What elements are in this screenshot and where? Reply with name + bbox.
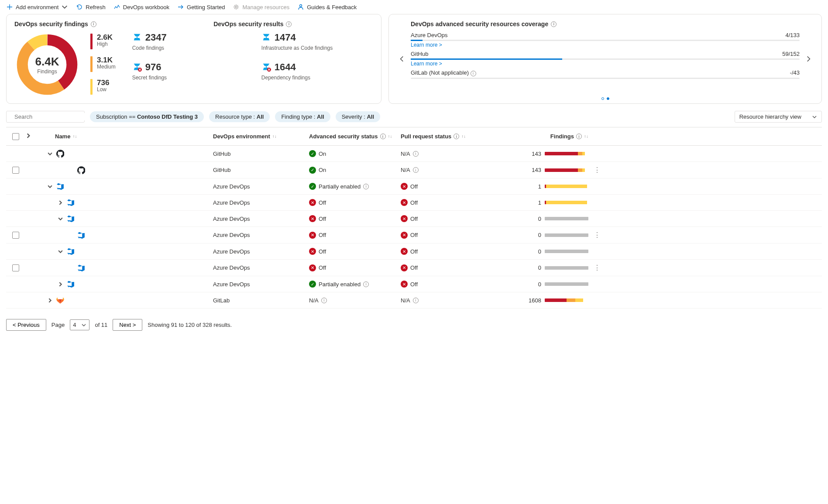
carousel-dots <box>601 97 609 100</box>
filter-chip-severity[interactable]: Severity : All <box>336 111 380 122</box>
info-icon[interactable]: i <box>454 134 459 139</box>
chevron-down-icon[interactable] <box>58 249 63 254</box>
coverage-title-row: DevOps advanced security resources cover… <box>411 21 800 27</box>
status-icon: ✓ <box>309 167 316 174</box>
table-row[interactable]: Azure DevOps ✕Off ✕Off 0 ⋮ <box>6 260 822 276</box>
status-icon: ✕ <box>309 215 316 222</box>
legend-item: 2.6K High <box>90 34 116 49</box>
info-icon[interactable]: i <box>363 184 369 189</box>
row-checkbox[interactable] <box>12 167 19 174</box>
table-row[interactable]: Azure DevOps ✕Off ✕Off 1 <box>6 195 822 211</box>
info-icon[interactable]: i <box>321 298 327 303</box>
coverage-bar <box>411 58 800 60</box>
view-selector[interactable]: Resource hierarchy view <box>735 111 822 123</box>
filter-chip-resource-type[interactable]: Resource type : All <box>209 111 270 122</box>
select-all-checkbox[interactable] <box>12 133 19 140</box>
svg-rect-5 <box>137 36 137 38</box>
table-row[interactable]: Azure DevOps ✓Partially enabled i ✕Off 1 <box>6 178 822 195</box>
table-row[interactable]: Azure DevOps ✕Off ✕Off 0 <box>6 211 822 227</box>
add-environment-button[interactable]: Add environment <box>6 3 68 10</box>
learn-more-link[interactable]: Learn more > <box>411 61 442 67</box>
table-row[interactable]: GitHub ✓On N/A i 143 ⋮ <box>6 162 822 178</box>
next-button[interactable]: Next > <box>113 319 142 331</box>
row-findings-count: 0 <box>526 216 541 222</box>
info-icon[interactable]: i <box>471 71 476 76</box>
info-icon[interactable]: i <box>91 21 96 27</box>
info-icon[interactable]: i <box>551 21 557 27</box>
result-tile[interactable]: 1474 Infrastructure as Code findings <box>261 32 373 51</box>
carousel-dot[interactable] <box>601 97 604 100</box>
command-bar: Add environment Refresh DevOps workbook … <box>0 0 828 14</box>
coverage-row: Azure DevOps4/133 Learn more > <box>411 32 800 48</box>
col-name[interactable]: Name <box>55 133 70 140</box>
col-adv-status[interactable]: Advanced security status <box>309 133 378 140</box>
chevron-down-icon[interactable] <box>58 216 63 222</box>
result-tile[interactable]: 2347 Code findings <box>132 32 244 51</box>
chevron-down-icon[interactable] <box>47 184 53 189</box>
info-icon[interactable]: i <box>380 134 386 139</box>
row-name-cell <box>38 247 213 255</box>
search-input[interactable] <box>14 113 89 120</box>
col-env[interactable]: DevOps environment <box>213 133 270 140</box>
manage-resources-button: Manage resources <box>233 3 289 10</box>
result-tile[interactable]: 1644 Dependency findings <box>261 62 373 81</box>
col-findings[interactable]: Findings <box>550 133 574 140</box>
coverage-value: 59/152 <box>782 51 800 57</box>
getting-started-button[interactable]: Getting Started <box>177 3 225 10</box>
refresh-button[interactable]: Refresh <box>76 3 106 10</box>
learn-more-link[interactable]: Learn more > <box>411 42 442 48</box>
info-icon[interactable]: i <box>363 281 369 287</box>
table-row[interactable]: Azure DevOps ✓Partially enabled i ✕Off 0 <box>6 276 822 292</box>
row-env: Azure DevOps <box>213 264 309 271</box>
chevron-right-icon[interactable] <box>58 281 63 287</box>
findings-total-label: Findings <box>37 69 57 75</box>
findings-bar <box>545 185 588 188</box>
status-icon: ✕ <box>401 183 408 190</box>
row-env: Azure DevOps <box>213 232 309 238</box>
legend-swatch <box>90 79 93 95</box>
info-icon[interactable]: i <box>576 134 582 139</box>
row-findings-count: 1 <box>526 199 541 206</box>
coverage-rows: Azure DevOps4/133 Learn more > GitHub59/… <box>411 32 800 79</box>
devops-workbook-button[interactable]: DevOps workbook <box>113 3 169 10</box>
expand-all-icon[interactable] <box>25 133 31 139</box>
svg-point-1 <box>300 5 302 7</box>
carousel-next-button[interactable] <box>803 55 814 63</box>
carousel-prev-button[interactable] <box>397 55 407 63</box>
row-checkbox[interactable] <box>12 264 19 271</box>
table-row[interactable]: Azure DevOps ✕Off ✕Off 0 ⋮ <box>6 227 822 243</box>
results-showing: Showing 91 to 120 of 328 results. <box>148 322 232 328</box>
findings-bar <box>545 201 588 204</box>
status-icon: ✕ <box>309 232 316 239</box>
table-row[interactable]: Azure DevOps ✕Off ✕Off 0 <box>6 243 822 260</box>
carousel-dot[interactable] <box>607 97 609 100</box>
table-row[interactable]: GitHub ✓On N/A i 143 <box>6 146 822 162</box>
previous-button[interactable]: < Previous <box>6 319 46 331</box>
workbook-label: DevOps workbook <box>123 4 169 10</box>
search-box[interactable] <box>6 111 85 123</box>
col-pr-status[interactable]: Pull request status <box>401 133 451 140</box>
info-icon[interactable]: i <box>286 21 292 27</box>
row-checkbox[interactable] <box>12 232 19 239</box>
row-more-button[interactable]: ⋮ <box>588 231 606 239</box>
info-icon[interactable]: i <box>413 167 419 173</box>
row-name-cell <box>38 296 213 304</box>
table-row[interactable]: GitLab N/A i N/A i 1608 <box>6 292 822 309</box>
info-icon[interactable]: i <box>413 151 419 157</box>
chevron-right-icon[interactable] <box>58 200 63 206</box>
gear-icon <box>233 3 240 10</box>
filter-chip-finding-type[interactable]: Finding type : All <box>275 111 330 122</box>
status-cell: ✓On <box>309 167 401 174</box>
filter-chip-subscription[interactable]: Subscription == Contoso DfD Testing 3 <box>90 111 204 122</box>
status-icon: ✕ <box>401 281 408 288</box>
row-more-button[interactable]: ⋮ <box>588 166 606 174</box>
row-more-button[interactable]: ⋮ <box>588 264 606 272</box>
chevron-right-icon[interactable] <box>47 298 53 303</box>
guides-feedback-button[interactable]: Guides & Feedback <box>297 3 357 10</box>
page-number-select[interactable]: 4 <box>70 319 89 330</box>
chevron-down-icon[interactable] <box>47 151 53 157</box>
result-tile[interactable]: 976 Secret findings <box>132 62 244 81</box>
coverage-title: DevOps advanced security resources cover… <box>411 21 548 27</box>
row-findings-count: 0 <box>526 281 541 288</box>
info-icon[interactable]: i <box>413 298 419 303</box>
